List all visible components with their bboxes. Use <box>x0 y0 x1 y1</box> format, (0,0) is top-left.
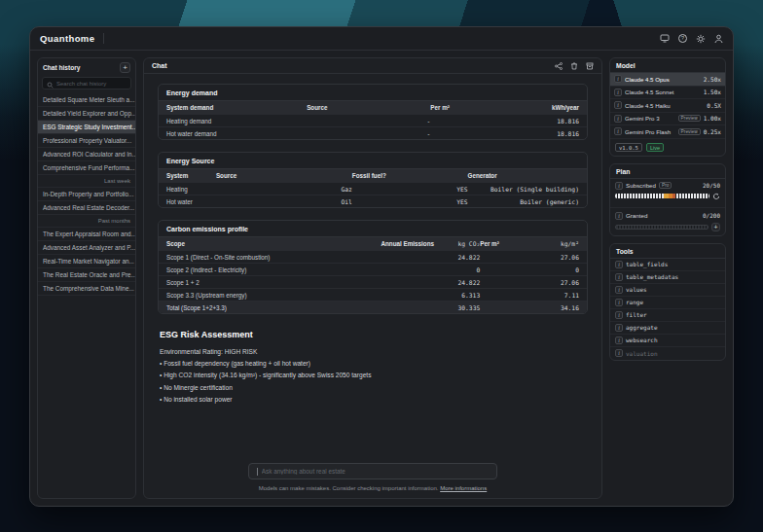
chat-history-title: Chat history <box>43 64 80 71</box>
model-option[interactable]: i Claude 4.5 Sonnet 1.50x <box>610 87 725 100</box>
chat-history-item[interactable]: In-Depth Property and Portfolio... <box>38 188 135 201</box>
chat-history-item[interactable]: Comprehensive Fund Performa... <box>38 161 135 175</box>
table-row: Scope 2 (Indirect - Electricity) 0 0 <box>159 263 587 275</box>
pro-badge: Pro <box>659 182 672 189</box>
add-credits-button[interactable]: + <box>711 223 720 231</box>
table-header: Scope Annual Emissions kg CO₂ Per m² kg/… <box>159 237 587 250</box>
info-icon[interactable]: i <box>615 324 623 332</box>
app-window: Quanthome ? Chat history + <box>29 26 734 507</box>
chat-title: Chat <box>152 62 167 69</box>
granted-usage: 0/200 <box>703 212 720 219</box>
info-icon[interactable]: i <box>615 212 623 220</box>
chat-panel: Chat Energy demand <box>143 57 602 499</box>
settings-gear-icon[interactable] <box>696 34 706 44</box>
energy-source-section: Energy Source System Source Fossil fuel?… <box>158 152 588 208</box>
table-header: System Source Fossil fuel? Generator <box>159 169 587 182</box>
chat-messages: Energy demand System demand Source Per m… <box>144 74 601 498</box>
table-row-total: Total (Scope 1+2+3.3) 30.335 34.16 <box>159 301 587 313</box>
table-row: Hot water demand - 18.816 <box>159 126 587 139</box>
tool-item[interactable]: i range <box>610 297 725 309</box>
text-caret <box>257 468 258 476</box>
chat-history-item-selected[interactable]: ESG Strategic Study Investment... <box>38 121 135 134</box>
tool-item[interactable]: i aggregate <box>610 322 725 335</box>
plan-panel-title: Plan <box>610 164 725 179</box>
esg-bullet: • High CO2 intensity (34.16 kg/m²) - sig… <box>160 370 586 381</box>
chat-history-item[interactable]: Detailed Yield Explorer and Opp... <box>38 107 135 121</box>
tool-item[interactable]: i websearch <box>610 335 725 347</box>
chat-history-item[interactable]: Real-Time Market Navigator an... <box>38 255 135 268</box>
subscribed-progress-bar <box>615 194 709 198</box>
plan-panel: Plan i Subscribed Pro 20/50 i Granted <box>609 163 726 236</box>
right-sidebar: Model i Claude 4.5 Opus 2.50x i Claude 4… <box>609 57 726 499</box>
section-title: Energy demand <box>159 85 587 101</box>
info-icon[interactable]: i <box>614 101 622 109</box>
chat-history-item[interactable]: The Expert Appraisal Room and... <box>38 228 135 241</box>
tool-item-disabled[interactable]: i valuation <box>610 347 725 360</box>
info-icon[interactable]: i <box>615 286 623 294</box>
subscribed-row: i Subscribed Pro 20/50 <box>610 179 725 191</box>
topbar: Quanthome ? <box>30 27 733 51</box>
chat-history-item[interactable]: The Comprehensive Data Mine... <box>38 282 135 296</box>
refresh-icon[interactable] <box>712 193 720 200</box>
chat-history-item[interactable]: Advanced Real Estate Decoder... <box>38 201 135 215</box>
chat-history-item[interactable]: The Real Estate Oracle and Pre... <box>38 268 135 282</box>
esg-rating: Environmental Rating: HIGH RISK <box>160 346 586 358</box>
tool-item[interactable]: i table_fields <box>610 259 725 271</box>
table-row: Scope 1 + 2 24.822 27.06 <box>159 275 587 288</box>
chat-history-item[interactable]: Detailed Square Meter Sleuth a... <box>38 93 135 107</box>
info-icon[interactable]: i <box>614 75 622 83</box>
chat-history-search[interactable] <box>42 77 131 89</box>
share-icon[interactable] <box>555 62 563 70</box>
table-row: Heating demand - 18.816 <box>159 114 587 126</box>
topbar-divider <box>103 33 104 44</box>
account-user-icon[interactable] <box>714 34 723 44</box>
search-input[interactable] <box>56 81 127 87</box>
composer-area: Models can make mistakes. Consider check… <box>158 455 588 491</box>
model-option[interactable]: i Gemini Pro 3 Preview 1.00x <box>610 113 725 126</box>
chat-history-list: Detailed Square Meter Sleuth a... Detail… <box>38 93 135 498</box>
disclaimer: Models can make mistakes. Consider check… <box>259 485 487 491</box>
chat-history-group-label: Last week <box>38 175 135 188</box>
chat-input[interactable] <box>262 468 489 475</box>
info-icon[interactable]: i <box>614 127 622 135</box>
info-icon[interactable]: i <box>614 89 622 96</box>
info-icon[interactable]: i <box>614 115 622 123</box>
table-row: Hot water Oil YES Boiler (generic) <box>159 195 587 207</box>
tools-panel-title: Tools <box>610 244 725 259</box>
chat-header: Chat <box>144 58 601 74</box>
tool-item[interactable]: i table_metadatas <box>610 271 725 284</box>
info-icon[interactable]: i <box>615 182 623 190</box>
info-icon[interactable]: i <box>615 337 623 344</box>
preview-badge: Preview <box>678 128 701 135</box>
esg-bullet: • No Minergie certification <box>160 382 586 394</box>
info-icon[interactable]: i <box>615 349 623 357</box>
preview-badge: Preview <box>678 115 701 122</box>
help-icon[interactable]: ? <box>678 34 687 43</box>
energy-demand-section: Energy demand System demand Source Per m… <box>158 84 588 140</box>
model-panel: Model i Claude 4.5 Opus 2.50x i Claude 4… <box>609 57 726 157</box>
info-icon[interactable]: i <box>615 273 623 281</box>
table-row: Scope 3.3 (Upstream energy) 6.313 7.11 <box>159 288 587 301</box>
tool-item[interactable]: i filter <box>610 309 725 322</box>
model-option-selected[interactable]: i Claude 4.5 Opus 2.50x <box>610 73 725 87</box>
carbon-emissions-section: Carbon emissions profile Scope Annual Em… <box>158 220 588 314</box>
more-informations-link[interactable]: More informations <box>440 485 487 491</box>
model-option[interactable]: i Gemini Pro Flash Preview 0.25x <box>610 125 725 139</box>
esg-bullet: • Fossil fuel dependency (gas heating + … <box>160 358 586 370</box>
model-option[interactable]: i Claude 4.5 Haiku 0.5X <box>610 99 725 113</box>
tool-item[interactable]: i values <box>610 284 725 297</box>
delete-trash-icon[interactable] <box>570 62 578 70</box>
info-icon[interactable]: i <box>615 311 623 319</box>
chat-history-item[interactable]: Professional Property Valuator... <box>38 134 135 148</box>
info-icon[interactable]: i <box>615 299 623 306</box>
archive-icon[interactable] <box>586 62 594 70</box>
info-icon[interactable]: i <box>615 261 623 268</box>
display-icon[interactable] <box>660 34 670 43</box>
chat-history-sidebar: Chat history + Detailed Square Meter Sle… <box>37 57 136 499</box>
new-chat-button[interactable]: + <box>120 62 130 73</box>
version-badge: v1.0.5 <box>615 143 642 152</box>
chat-history-item[interactable]: Advanced Asset Analyzer and P... <box>38 241 135 255</box>
chat-history-item[interactable]: Advanced ROI Calculator and In... <box>38 148 135 161</box>
chat-input-box[interactable] <box>248 463 497 479</box>
section-title: Carbon emissions profile <box>159 221 587 237</box>
